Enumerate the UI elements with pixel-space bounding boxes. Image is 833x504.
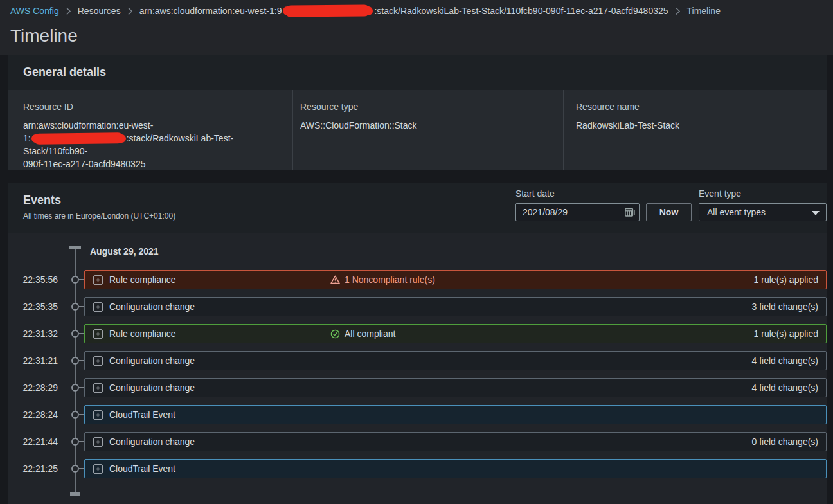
- expand-icon[interactable]: [93, 275, 103, 285]
- breadcrumb: AWS Config Resources arn:aws:cloudformat…: [10, 6, 721, 16]
- event-card-configuration-change[interactable]: Configuration change 0 field change(s): [84, 432, 827, 451]
- timeline-date-header: August 29, 2021: [90, 246, 159, 256]
- timeline-event-row: 22:21:25 CloudTrail Event: [8, 459, 827, 478]
- timeline-event-row: 22:31:32 Rule compliance All compliant 1…: [8, 324, 827, 343]
- timeline-node-icon: [71, 357, 79, 364]
- account-id-redaction: [31, 134, 126, 143]
- events-timezone-note: All times are in Europe/London (UTC+01:0…: [23, 212, 175, 221]
- event-label: Configuration change: [109, 382, 195, 393]
- breadcrumb-aws-config-link[interactable]: AWS Config: [10, 6, 59, 16]
- expand-icon[interactable]: [93, 356, 103, 366]
- calendar-icon[interactable]: [625, 207, 635, 220]
- resource-name-field: Resource name RadkowskiLab-Test-Stack: [563, 90, 827, 170]
- page-title: Timeline: [10, 26, 78, 46]
- resource-name-label: Resource name: [576, 102, 827, 112]
- event-time: 22:28:24: [8, 405, 58, 424]
- event-card-cloudtrail-event[interactable]: CloudTrail Event: [84, 459, 827, 478]
- events-header: Events All times are in Europe/London (U…: [8, 183, 827, 233]
- timeline-event-row: 22:35:35 Configuration change 3 field ch…: [8, 297, 827, 316]
- event-right-text: 4 field change(s): [751, 352, 818, 370]
- resource-type-label: Resource type: [300, 102, 563, 112]
- timeline-connector: [79, 360, 84, 361]
- chevron-down-icon: [812, 211, 820, 215]
- timeline-body: August 29, 2021 22:35:56 Rule compliance…: [8, 233, 827, 504]
- event-card-rule-compliance[interactable]: Rule compliance All compliant 1 rule(s) …: [84, 324, 827, 343]
- timeline-node-icon: [71, 438, 79, 446]
- timeline-start-tick: [69, 246, 81, 249]
- event-card-configuration-change[interactable]: Configuration change 3 field change(s): [84, 297, 827, 316]
- event-right-text: 3 field change(s): [751, 298, 818, 316]
- account-id-redaction: [283, 6, 373, 15]
- timeline-connector: [79, 468, 84, 469]
- timeline-event-row: 22:35:56 Rule compliance 1 Noncompliant …: [8, 270, 827, 289]
- timeline-end-tick: [70, 492, 80, 496]
- event-card-configuration-change[interactable]: Configuration change 4 field change(s): [84, 378, 827, 397]
- now-button[interactable]: Now: [646, 203, 692, 221]
- expand-icon[interactable]: [93, 329, 103, 339]
- event-right-text: 1 rule(s) applied: [754, 325, 818, 343]
- event-time: 22:31:21: [8, 351, 58, 370]
- resource-id-label: Resource ID: [23, 102, 277, 112]
- event-right-text: 1 rule(s) applied: [754, 271, 818, 289]
- expand-icon[interactable]: [93, 302, 103, 312]
- breadcrumb-current-timeline: Timeline: [687, 6, 721, 16]
- event-right-text: 0 field change(s): [751, 433, 818, 451]
- event-status-text: All compliant: [345, 328, 395, 339]
- event-time: 22:21:25: [8, 459, 58, 478]
- event-time: 22:31:32: [8, 324, 58, 343]
- expand-icon[interactable]: [93, 464, 103, 474]
- event-label: Rule compliance: [109, 328, 176, 339]
- resource-type-field: Resource type AWS::CloudFormation::Stack: [292, 90, 563, 170]
- expand-icon[interactable]: [93, 410, 103, 420]
- events-panel: Events All times are in Europe/London (U…: [8, 183, 827, 504]
- timeline-node-icon: [71, 330, 79, 338]
- resource-id-field: Resource ID arn:aws:cloudformation:eu-we…: [8, 90, 292, 170]
- event-status-text: 1 Noncompliant rule(s): [345, 274, 435, 285]
- start-date-input-wrapper: [515, 203, 640, 221]
- timeline-node-icon: [71, 411, 79, 419]
- general-details-title: General details: [23, 66, 106, 79]
- timeline-event-row: 22:28:29 Configuration change 4 field ch…: [8, 378, 827, 397]
- expand-icon[interactable]: [93, 383, 103, 393]
- timeline-connector: [79, 279, 84, 280]
- event-card-rule-compliance[interactable]: Rule compliance 1 Noncompliant rule(s) 1…: [84, 270, 827, 289]
- event-status: 1 Noncompliant rule(s): [330, 271, 435, 289]
- event-label: Configuration change: [109, 437, 195, 447]
- arn-prefix: arn:aws:cloudformation:eu-west-1:9: [139, 6, 282, 16]
- event-time: 22:21:44: [8, 432, 58, 451]
- expand-icon[interactable]: [93, 437, 103, 447]
- event-time: 22:35:56: [8, 270, 58, 289]
- event-card-cloudtrail-event[interactable]: CloudTrail Event: [84, 405, 827, 424]
- breadcrumb-resource-arn[interactable]: arn:aws:cloudformation:eu-west-1:9:stack…: [139, 6, 668, 16]
- timeline-node-icon: [71, 276, 79, 284]
- event-type-selected-value: All event types: [707, 207, 766, 217]
- chevron-right-icon: [127, 7, 133, 15]
- event-type-select[interactable]: All event types: [699, 203, 827, 221]
- timeline-node-icon: [71, 303, 79, 310]
- event-label: Rule compliance: [109, 274, 176, 285]
- event-type-label: Event type: [699, 188, 741, 199]
- event-right-text: 4 field change(s): [751, 379, 818, 397]
- general-details-panel: General details Resource ID arn:aws:clou…: [8, 55, 827, 170]
- timeline-connector: [79, 414, 84, 415]
- breadcrumb-resources-link[interactable]: Resources: [78, 6, 121, 16]
- timeline-connector: [79, 333, 84, 334]
- resource-name-value: RadkowskiLab-Test-Stack: [576, 119, 827, 132]
- event-time: 22:35:35: [8, 297, 58, 316]
- timeline-node-icon: [71, 384, 79, 392]
- event-label: Configuration change: [109, 356, 195, 366]
- event-status: All compliant: [330, 325, 395, 343]
- arn-suffix: :stack/RadkowskiLab-Test-Stack/110fcb90-…: [374, 6, 668, 16]
- chevron-right-icon: [675, 7, 681, 15]
- event-card-configuration-change[interactable]: Configuration change 4 field change(s): [84, 351, 827, 370]
- check-circle-icon: [330, 329, 340, 339]
- event-label: Configuration change: [109, 302, 195, 312]
- events-title: Events: [23, 194, 61, 207]
- start-date-input[interactable]: [516, 204, 639, 221]
- event-label: CloudTrail Event: [109, 410, 175, 420]
- aws-config-resource-timeline-page: AWS Config Resources arn:aws:cloudformat…: [0, 0, 833, 504]
- warning-icon: [330, 275, 340, 284]
- general-details-body: Resource ID arn:aws:cloudformation:eu-we…: [8, 90, 827, 170]
- general-details-header: General details: [8, 55, 827, 90]
- event-label: CloudTrail Event: [109, 464, 175, 474]
